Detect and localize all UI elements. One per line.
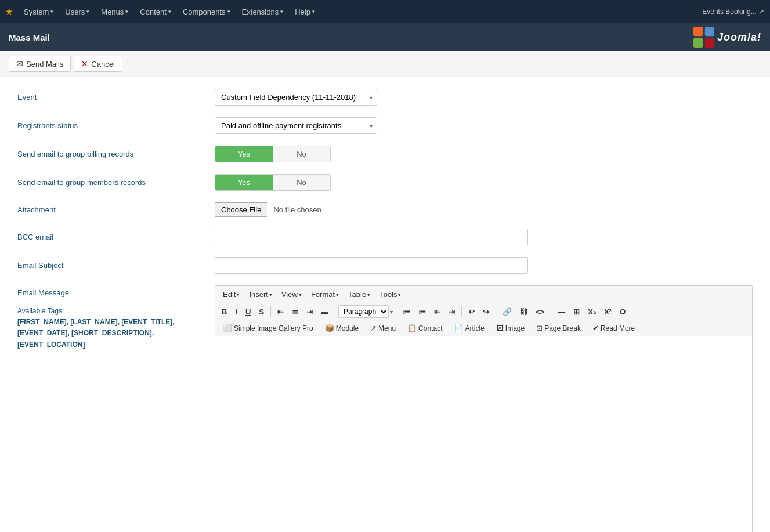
- editor-menu-table[interactable]: Table ▾: [344, 288, 375, 301]
- chevron-down-icon: ▾: [269, 292, 272, 298]
- available-tags-area: Available Tags: [FIRST_NAME], [LAST_NAME…: [17, 306, 215, 350]
- nav-item-system[interactable]: System ▾: [18, 0, 59, 23]
- align-justify-button[interactable]: ▬: [317, 306, 332, 317]
- contact-icon: 📋: [407, 324, 417, 332]
- special-chars-button[interactable]: Ω: [616, 306, 629, 317]
- indent-button[interactable]: ⇥: [445, 306, 458, 317]
- unordered-list-button[interactable]: ≔: [399, 306, 414, 317]
- underline-button[interactable]: U: [242, 306, 254, 317]
- nav-item-extensions[interactable]: Extensions ▾: [236, 0, 290, 23]
- members-no-button[interactable]: No: [273, 175, 330, 190]
- event-select-wrapper: Custom Field Dependency (11-11-2018) ▾: [215, 89, 377, 106]
- editor-menu-insert[interactable]: Insert ▾: [244, 288, 277, 301]
- billing-yes-button[interactable]: Yes: [215, 146, 273, 162]
- menu-button[interactable]: ↗ Menu: [366, 322, 400, 334]
- editor-toolbar-2: ⬜ Simple Image Gallery Pro 📦 Module ↗ Me…: [215, 320, 752, 336]
- chevron-down-icon: ▾: [312, 9, 315, 15]
- article-button[interactable]: 📄 Article: [449, 322, 489, 334]
- table-button[interactable]: ⊞: [570, 306, 583, 317]
- image-icon: 🖼: [496, 324, 504, 332]
- event-label: Event: [17, 93, 215, 102]
- readmore-icon: ✔: [592, 324, 599, 332]
- code-button[interactable]: <>: [532, 306, 548, 317]
- subscript-button[interactable]: X₂: [584, 306, 599, 317]
- joomla-logo-text: Joomla!: [717, 31, 761, 44]
- event-select[interactable]: Custom Field Dependency (11-11-2018): [215, 89, 377, 106]
- undo-button[interactable]: ↩: [465, 306, 478, 317]
- members-toggle: Yes No: [215, 174, 753, 191]
- separator: [551, 306, 551, 317]
- members-toggle-group: Yes No: [215, 174, 331, 191]
- joomla-logo-icon: [693, 27, 714, 48]
- registrants-select[interactable]: Paid and offline payment registrants: [215, 117, 377, 134]
- unlink-button[interactable]: ⛓: [516, 306, 531, 317]
- outdent-button[interactable]: ⇤: [431, 306, 444, 317]
- separator: [270, 306, 271, 317]
- link-button[interactable]: 🔗: [499, 306, 515, 317]
- align-right-button[interactable]: ⇥: [303, 306, 316, 317]
- registrants-row: Registrants status Paid and offline paym…: [17, 117, 753, 134]
- registrants-control: Paid and offline payment registrants ▾: [215, 117, 753, 134]
- attachment-control: Choose File No file chosen: [215, 202, 753, 217]
- editor-menu-edit[interactable]: Edit ▾: [218, 288, 244, 301]
- subject-control: [215, 257, 753, 274]
- chevron-down-icon: ▾: [336, 292, 339, 298]
- editor-menu-tools[interactable]: Tools ▾: [375, 288, 406, 301]
- svg-rect-1: [705, 27, 714, 36]
- bcc-row: BCC email: [17, 229, 753, 245]
- gallery-button[interactable]: ⬜ Simple Image Gallery Pro: [218, 322, 318, 334]
- editor-body[interactable]: [215, 336, 752, 532]
- nav-item-content[interactable]: Content ▾: [134, 0, 177, 23]
- billing-toggle: Yes No: [215, 146, 753, 162]
- nav-item-menus[interactable]: Menus ▾: [95, 0, 134, 23]
- nav-menu: System ▾ Users ▾ Menus ▾ Content ▾ Compo…: [18, 0, 702, 23]
- chevron-down-icon: ▾: [50, 9, 53, 15]
- editor-toolbar-1: B I U S ⇤ ≣ ⇥ ▬ Paragraph ▾ ≔ ≔: [215, 303, 752, 320]
- chevron-down-icon: ▾: [367, 292, 370, 298]
- message-section: Email Message Available Tags: [FIRST_NAM…: [17, 285, 753, 532]
- menu-icon: ↗: [370, 324, 377, 332]
- nav-item-users[interactable]: Users ▾: [59, 0, 95, 23]
- separator: [335, 306, 335, 317]
- tags-text: [FIRST_NAME], [LAST_NAME], [EVENT_TITLE]…: [17, 318, 175, 348]
- bcc-input[interactable]: [215, 229, 528, 245]
- ordered-list-button[interactable]: ≔: [415, 306, 429, 317]
- editor-menu-view[interactable]: View ▾: [277, 288, 306, 301]
- cancel-button[interactable]: ✕ Cancel: [74, 56, 122, 72]
- chevron-down-icon: ▾: [299, 292, 302, 298]
- image-button[interactable]: 🖼 Image: [491, 322, 529, 334]
- superscript-button[interactable]: X²: [601, 306, 615, 317]
- paragraph-select[interactable]: Paragraph: [338, 305, 389, 318]
- file-area: Choose File No file chosen: [215, 202, 753, 217]
- readmore-button[interactable]: ✔ Read More: [588, 322, 639, 334]
- strikethrough-button[interactable]: S: [255, 306, 267, 317]
- bcc-label: BCC email: [17, 233, 215, 241]
- svg-rect-2: [693, 38, 703, 48]
- joomla-star-icon: ✭: [6, 8, 12, 16]
- events-booking-link[interactable]: Events Booking... ↗: [702, 8, 764, 16]
- send-mails-button[interactable]: ✉ Send Mails: [9, 56, 71, 72]
- members-yes-button[interactable]: Yes: [215, 175, 273, 190]
- chevron-down-icon: ▾: [280, 9, 283, 15]
- gallery-icon: ⬜: [223, 324, 232, 332]
- redo-button[interactable]: ↪: [479, 306, 493, 317]
- sub-header: Mass Mail Joomla!: [0, 23, 770, 51]
- nav-item-help[interactable]: Help ▾: [289, 0, 321, 23]
- billing-no-button[interactable]: No: [273, 146, 330, 162]
- hr-button[interactable]: —: [554, 306, 569, 317]
- choose-file-button[interactable]: Choose File: [215, 202, 267, 217]
- subject-input[interactable]: [215, 257, 528, 274]
- envelope-icon: ✉: [16, 59, 23, 68]
- nav-item-components[interactable]: Components ▾: [177, 0, 236, 23]
- align-center-button[interactable]: ≣: [288, 306, 302, 317]
- align-left-button[interactable]: ⇤: [274, 306, 287, 317]
- module-button[interactable]: 📦 Module: [320, 322, 363, 334]
- contact-button[interactable]: 📋 Contact: [403, 322, 447, 334]
- bold-button[interactable]: B: [218, 306, 230, 317]
- editor-menu-format[interactable]: Format ▾: [306, 288, 344, 301]
- module-icon: 📦: [325, 324, 334, 332]
- pagebreak-button[interactable]: ⊡ Page Break: [532, 322, 585, 334]
- italic-button[interactable]: I: [232, 306, 241, 317]
- available-tags-label: Available Tags: [FIRST_NAME], [LAST_NAME…: [17, 307, 175, 349]
- registrants-label: Registrants status: [17, 121, 215, 130]
